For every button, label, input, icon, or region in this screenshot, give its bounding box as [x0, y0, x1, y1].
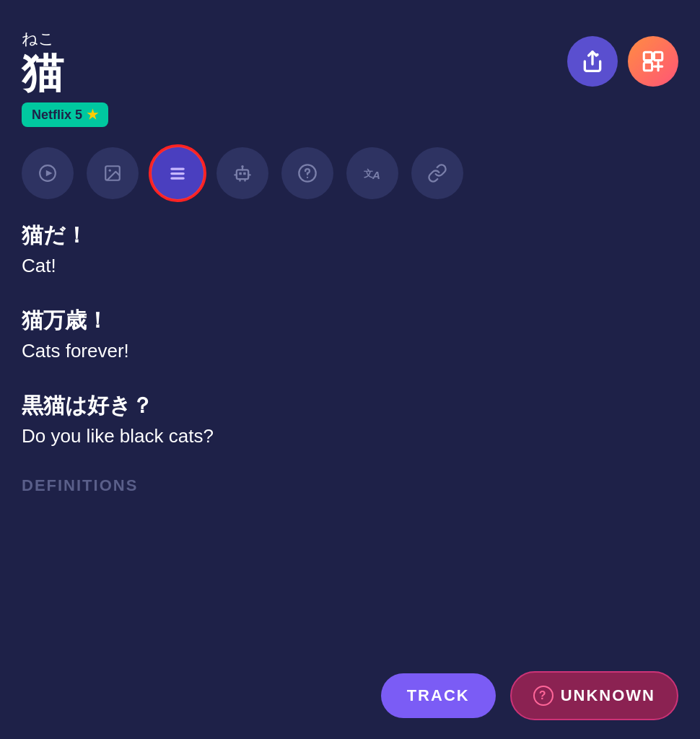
- sentence-1: 猫だ！ Cat!: [22, 221, 678, 277]
- svg-text:A: A: [372, 170, 380, 182]
- sentence-1-japanese: 猫だ！: [22, 221, 678, 250]
- sentence-3-english: Do you like black cats?: [22, 425, 678, 447]
- tab-play[interactable]: [22, 147, 74, 199]
- star-icon: ★: [87, 107, 98, 123]
- svg-point-7: [109, 170, 111, 172]
- svg-rect-2: [654, 52, 662, 60]
- tab-ai[interactable]: [216, 147, 268, 199]
- definitions-header: DEFINITIONS: [22, 476, 678, 495]
- translate-icon: 文 A: [362, 163, 382, 183]
- badge-label: Netflix 5: [32, 108, 82, 123]
- unknown-button[interactable]: ? UNKNOWN: [510, 671, 678, 720]
- sentence-3: 黒猫は好き？ Do you like black cats?: [22, 391, 678, 447]
- title-section: ねこ 猫 Netflix 5 ★: [22, 29, 108, 127]
- tab-link[interactable]: [411, 147, 463, 199]
- anki-icon: [641, 49, 665, 74]
- svg-rect-9: [170, 172, 185, 175]
- reading-text: ねこ: [22, 29, 108, 50]
- svg-point-21: [307, 177, 308, 178]
- svg-rect-12: [239, 172, 242, 175]
- link-icon: [427, 163, 447, 183]
- tab-info[interactable]: [281, 147, 333, 199]
- sentence-2-english: Cats forever!: [22, 340, 678, 362]
- svg-rect-10: [170, 178, 185, 180]
- svg-rect-3: [644, 62, 652, 70]
- kanji-text: 猫: [22, 50, 108, 96]
- sentence-2-japanese: 猫万歳！: [22, 306, 678, 336]
- svg-rect-13: [243, 172, 246, 175]
- svg-marker-5: [46, 170, 53, 177]
- content-area: 猫だ！ Cat! 猫万歳！ Cats forever! 黒猫は好き？ Do yo…: [0, 199, 700, 495]
- unknown-label: UNKNOWN: [561, 686, 655, 705]
- robot-icon: [232, 163, 253, 183]
- svg-rect-8: [170, 168, 185, 170]
- image-icon: [103, 164, 122, 183]
- svg-rect-11: [237, 170, 248, 180]
- question-icon: [297, 163, 318, 183]
- play-icon: [38, 164, 57, 183]
- svg-point-15: [241, 165, 244, 168]
- sentence-2: 猫万歳！ Cats forever!: [22, 306, 678, 362]
- track-button[interactable]: TRACK: [381, 673, 496, 718]
- unknown-circle-icon: ?: [533, 686, 554, 706]
- share-button[interactable]: [567, 36, 618, 87]
- bottom-bar: TRACK ? UNKNOWN: [0, 652, 700, 739]
- sentence-1-english: Cat!: [22, 255, 678, 277]
- header-buttons: [567, 36, 678, 87]
- sentence-3-japanese: 黒猫は好き？: [22, 391, 678, 421]
- share-icon: [581, 50, 604, 73]
- tab-bar: 文 A: [0, 127, 700, 199]
- netflix-badge: Netflix 5 ★: [22, 102, 108, 127]
- page-header: ねこ 猫 Netflix 5 ★: [0, 0, 700, 127]
- tab-sentences[interactable]: [152, 147, 204, 199]
- anki-button[interactable]: [628, 36, 678, 87]
- tab-image[interactable]: [87, 147, 139, 199]
- tab-translate[interactable]: 文 A: [346, 147, 398, 199]
- list-icon: [168, 164, 187, 183]
- svg-rect-1: [644, 52, 652, 60]
